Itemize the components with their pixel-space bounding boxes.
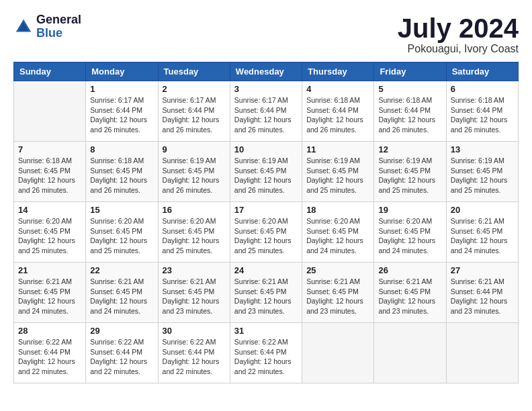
day-number: 11 [306, 144, 369, 154]
day-number: 26 [378, 265, 441, 275]
day-info: Sunrise: 6:21 AM Sunset: 6:44 PM Dayligh… [451, 277, 514, 316]
day-number: 10 [234, 144, 298, 154]
day-info: Sunrise: 6:22 AM Sunset: 6:44 PM Dayligh… [90, 337, 153, 377]
day-header-thursday: Thursday [302, 62, 374, 81]
day-info: Sunrise: 6:20 AM Sunset: 6:45 PM Dayligh… [378, 216, 441, 256]
day-number: 20 [451, 205, 514, 215]
day-info: Sunrise: 6:20 AM Sunset: 6:45 PM Dayligh… [18, 216, 81, 256]
day-header-sunday: Sunday [14, 62, 86, 81]
day-info: Sunrise: 6:21 AM Sunset: 6:45 PM Dayligh… [163, 277, 226, 316]
calendar-cell: 3Sunrise: 6:17 AM Sunset: 6:44 PM Daylig… [230, 81, 302, 142]
day-info: Sunrise: 6:17 AM Sunset: 6:44 PM Dayligh… [90, 95, 153, 135]
day-number: 1 [90, 84, 153, 94]
day-number: 27 [451, 265, 514, 275]
calendar-cell: 26Sunrise: 6:21 AM Sunset: 6:45 PM Dayli… [374, 263, 446, 323]
calendar-cell [374, 323, 446, 383]
logo-blue: Blue [36, 27, 81, 40]
logo-general: General [36, 13, 81, 27]
week-row-5: 28Sunrise: 6:22 AM Sunset: 6:44 PM Dayli… [14, 323, 519, 383]
day-number: 29 [90, 326, 153, 336]
day-info: Sunrise: 6:18 AM Sunset: 6:44 PM Dayligh… [378, 95, 441, 135]
calendar-cell: 19Sunrise: 6:20 AM Sunset: 6:45 PM Dayli… [374, 202, 446, 263]
calendar-cell [446, 323, 518, 383]
calendar-cell: 29Sunrise: 6:22 AM Sunset: 6:44 PM Dayli… [86, 323, 158, 383]
calendar-cell: 20Sunrise: 6:21 AM Sunset: 6:45 PM Dayli… [446, 202, 518, 263]
calendar-cell [14, 81, 86, 142]
calendar-cell: 5Sunrise: 6:18 AM Sunset: 6:44 PM Daylig… [374, 81, 446, 142]
day-header-saturday: Saturday [446, 62, 518, 81]
day-number: 4 [306, 84, 369, 94]
day-number: 9 [163, 144, 226, 154]
calendar-cell: 22Sunrise: 6:21 AM Sunset: 6:45 PM Dayli… [86, 263, 158, 323]
day-number: 6 [451, 84, 514, 94]
day-info: Sunrise: 6:19 AM Sunset: 6:45 PM Dayligh… [163, 156, 226, 195]
header-row: SundayMondayTuesdayWednesdayThursdayFrid… [14, 62, 519, 81]
calendar-cell: 21Sunrise: 6:21 AM Sunset: 6:45 PM Dayli… [14, 263, 86, 323]
day-header-monday: Monday [86, 62, 158, 81]
calendar-cell: 7Sunrise: 6:18 AM Sunset: 6:45 PM Daylig… [14, 142, 86, 202]
calendar-cell: 4Sunrise: 6:18 AM Sunset: 6:44 PM Daylig… [302, 81, 374, 142]
calendar-cell: 16Sunrise: 6:20 AM Sunset: 6:45 PM Dayli… [158, 202, 230, 263]
day-info: Sunrise: 6:20 AM Sunset: 6:45 PM Dayligh… [163, 216, 226, 256]
calendar-table: SundayMondayTuesdayWednesdayThursdayFrid… [13, 62, 519, 383]
calendar-cell: 13Sunrise: 6:19 AM Sunset: 6:45 PM Dayli… [446, 142, 518, 202]
calendar-cell: 10Sunrise: 6:19 AM Sunset: 6:45 PM Dayli… [230, 142, 302, 202]
day-number: 19 [378, 205, 441, 215]
week-row-4: 21Sunrise: 6:21 AM Sunset: 6:45 PM Dayli… [14, 263, 519, 323]
day-header-tuesday: Tuesday [158, 62, 230, 81]
day-info: Sunrise: 6:20 AM Sunset: 6:45 PM Dayligh… [234, 216, 298, 256]
day-info: Sunrise: 6:22 AM Sunset: 6:44 PM Dayligh… [234, 337, 298, 377]
calendar-cell: 17Sunrise: 6:20 AM Sunset: 6:45 PM Dayli… [230, 202, 302, 263]
calendar-cell: 18Sunrise: 6:20 AM Sunset: 6:45 PM Dayli… [302, 202, 374, 263]
day-number: 21 [18, 265, 81, 275]
calendar-cell [302, 323, 374, 383]
day-info: Sunrise: 6:17 AM Sunset: 6:44 PM Dayligh… [163, 95, 226, 135]
calendar-cell: 15Sunrise: 6:20 AM Sunset: 6:45 PM Dayli… [86, 202, 158, 263]
day-number: 23 [163, 265, 226, 275]
page-header: General Blue July 2024 Pokouagui, Ivory … [13, 13, 519, 55]
day-number: 15 [90, 205, 153, 215]
day-info: Sunrise: 6:18 AM Sunset: 6:44 PM Dayligh… [306, 95, 369, 135]
day-info: Sunrise: 6:22 AM Sunset: 6:44 PM Dayligh… [18, 337, 81, 377]
day-info: Sunrise: 6:17 AM Sunset: 6:44 PM Dayligh… [234, 95, 298, 135]
title-block: July 2024 Pokouagui, Ivory Coast [398, 13, 519, 55]
calendar-cell: 6Sunrise: 6:18 AM Sunset: 6:44 PM Daylig… [446, 81, 518, 142]
day-info: Sunrise: 6:20 AM Sunset: 6:45 PM Dayligh… [306, 216, 369, 256]
day-number: 16 [163, 205, 226, 215]
day-header-friday: Friday [374, 62, 446, 81]
calendar-cell: 24Sunrise: 6:21 AM Sunset: 6:45 PM Dayli… [230, 263, 302, 323]
day-number: 25 [306, 265, 369, 275]
week-row-1: 1Sunrise: 6:17 AM Sunset: 6:44 PM Daylig… [14, 81, 519, 142]
day-number: 28 [18, 326, 81, 336]
calendar-cell: 8Sunrise: 6:18 AM Sunset: 6:45 PM Daylig… [86, 142, 158, 202]
day-info: Sunrise: 6:20 AM Sunset: 6:45 PM Dayligh… [90, 216, 153, 256]
day-info: Sunrise: 6:18 AM Sunset: 6:45 PM Dayligh… [90, 156, 153, 195]
day-number: 8 [90, 144, 153, 154]
day-info: Sunrise: 6:21 AM Sunset: 6:45 PM Dayligh… [306, 277, 369, 316]
day-number: 31 [234, 326, 298, 336]
calendar-cell: 28Sunrise: 6:22 AM Sunset: 6:44 PM Dayli… [14, 323, 86, 383]
day-info: Sunrise: 6:21 AM Sunset: 6:45 PM Dayligh… [378, 277, 441, 316]
day-info: Sunrise: 6:19 AM Sunset: 6:45 PM Dayligh… [451, 156, 514, 195]
calendar-cell: 2Sunrise: 6:17 AM Sunset: 6:44 PM Daylig… [158, 81, 230, 142]
day-header-wednesday: Wednesday [230, 62, 302, 81]
day-info: Sunrise: 6:21 AM Sunset: 6:45 PM Dayligh… [18, 277, 81, 316]
day-info: Sunrise: 6:19 AM Sunset: 6:45 PM Dayligh… [378, 156, 441, 195]
calendar-cell: 23Sunrise: 6:21 AM Sunset: 6:45 PM Dayli… [158, 263, 230, 323]
day-info: Sunrise: 6:21 AM Sunset: 6:45 PM Dayligh… [234, 277, 298, 316]
day-info: Sunrise: 6:21 AM Sunset: 6:45 PM Dayligh… [90, 277, 153, 316]
day-info: Sunrise: 6:21 AM Sunset: 6:45 PM Dayligh… [451, 216, 514, 256]
calendar-cell: 1Sunrise: 6:17 AM Sunset: 6:44 PM Daylig… [86, 81, 158, 142]
calendar-cell: 9Sunrise: 6:19 AM Sunset: 6:45 PM Daylig… [158, 142, 230, 202]
calendar-cell: 12Sunrise: 6:19 AM Sunset: 6:45 PM Dayli… [374, 142, 446, 202]
calendar-cell: 11Sunrise: 6:19 AM Sunset: 6:45 PM Dayli… [302, 142, 374, 202]
day-number: 22 [90, 265, 153, 275]
day-number: 24 [234, 265, 298, 275]
day-info: Sunrise: 6:22 AM Sunset: 6:44 PM Dayligh… [163, 337, 226, 377]
day-number: 7 [18, 144, 81, 154]
day-number: 14 [18, 205, 81, 215]
day-number: 2 [163, 84, 226, 94]
day-info: Sunrise: 6:19 AM Sunset: 6:45 PM Dayligh… [306, 156, 369, 195]
logo-text: General Blue [36, 13, 81, 40]
calendar-cell: 27Sunrise: 6:21 AM Sunset: 6:44 PM Dayli… [446, 263, 518, 323]
